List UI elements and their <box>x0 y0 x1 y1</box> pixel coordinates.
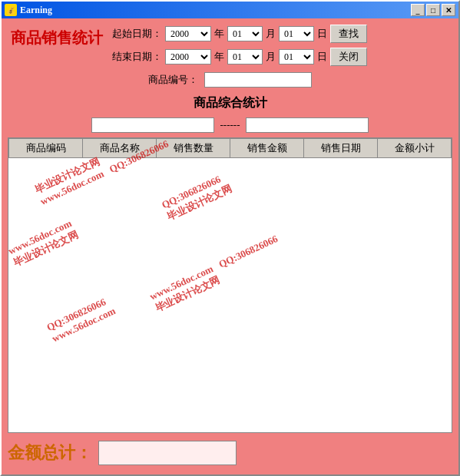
start-day-select[interactable]: 0102030405 0607080910 1112131415 1617181… <box>279 26 314 41</box>
window-close-button[interactable]: ✕ <box>442 4 455 16</box>
main-window: 💰 Earning _ □ ✕ 商品销售统计 起始日期： 2000 2001 <box>0 0 460 476</box>
data-table: 商品编码 商品名称 销售数量 销售金额 销售日期 金额小计 <box>8 138 452 158</box>
end-day-select[interactable]: 0102030405 0607080910 1112131415 1617181… <box>279 49 314 64</box>
end-year-unit: 年 <box>214 50 224 64</box>
search-separator: ------ <box>220 119 240 131</box>
search-right-input[interactable] <box>246 117 369 133</box>
col-header-subtotal: 金额小计 <box>378 139 452 158</box>
title-bar-buttons: _ □ ✕ <box>411 4 455 16</box>
start-date-row: 起始日期： 2000 2001 2002 2003 2004 2005 年 01… <box>112 25 452 43</box>
end-month-select[interactable]: 01020304 05060708 09101112 <box>227 49 263 64</box>
product-code-row: 商品编号： <box>8 72 452 88</box>
end-date-row: 结束日期： 2000 2001 2002 2003 2004 2005 年 01… <box>112 48 452 66</box>
product-code-input[interactable] <box>204 72 312 88</box>
main-content: 商品销售统计 起始日期： 2000 2001 2002 2003 2004 20… <box>2 18 458 474</box>
maximize-button[interactable]: □ <box>426 4 440 16</box>
col-header-amount: 销售金额 <box>230 139 304 158</box>
section-title: 商品综合统计 <box>8 95 452 111</box>
start-month-unit: 月 <box>266 27 276 41</box>
data-table-container: 商品编码 商品名称 销售数量 销售金额 销售日期 金额小计 毕业设计论文网www… <box>8 137 452 433</box>
close-button[interactable]: 关闭 <box>330 48 367 66</box>
start-year-select[interactable]: 2000 2001 2002 2003 2004 2005 <box>165 26 211 41</box>
title-bar-left: 💰 Earning <box>5 4 52 16</box>
col-header-name: 商品名称 <box>83 139 157 158</box>
start-day-unit: 日 <box>317 27 327 41</box>
end-day-unit: 日 <box>317 50 327 64</box>
date-form: 起始日期： 2000 2001 2002 2003 2004 2005 年 01… <box>112 25 452 66</box>
total-value-input[interactable] <box>98 441 237 465</box>
total-label: 金额总计： <box>8 441 92 464</box>
panel-title: 商品销售统计 <box>8 25 106 51</box>
col-header-code: 商品编码 <box>9 139 83 158</box>
col-header-date: 销售日期 <box>304 139 378 158</box>
product-code-label: 商品编号： <box>148 73 198 87</box>
end-year-select[interactable]: 2000 2001 2002 2003 2004 2005 <box>165 49 211 64</box>
start-date-label: 起始日期： <box>112 27 162 41</box>
left-panel: 商品销售统计 <box>8 25 106 51</box>
end-date-label: 结束日期： <box>112 50 162 64</box>
start-month-select[interactable]: 01020304 05060708 09101112 <box>227 26 263 41</box>
start-year-unit: 年 <box>214 27 224 41</box>
header-section: 商品销售统计 起始日期： 2000 2001 2002 2003 2004 20… <box>8 25 452 66</box>
minimize-button[interactable]: _ <box>411 4 425 16</box>
search-left-input[interactable] <box>91 117 214 133</box>
col-header-qty: 销售数量 <box>157 139 230 158</box>
end-month-unit: 月 <box>266 50 276 64</box>
search-bar-row: ------ <box>8 117 452 133</box>
empty-table-area <box>8 158 452 358</box>
app-icon: 💰 <box>5 4 17 16</box>
title-bar: 💰 Earning _ □ ✕ <box>2 2 458 18</box>
table-header-row: 商品编码 商品名称 销售数量 销售金额 销售日期 金额小计 <box>9 139 452 158</box>
bottom-total-section: 金额总计： <box>8 438 452 468</box>
window-title: Earning <box>20 5 52 16</box>
search-button[interactable]: 查找 <box>330 25 367 43</box>
